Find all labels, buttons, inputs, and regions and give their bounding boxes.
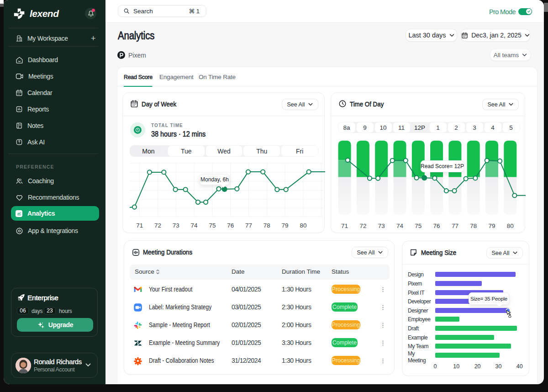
svg-text:Example: Example bbox=[408, 334, 428, 341]
svg-text:10: 10 bbox=[453, 363, 459, 370]
svg-text:75: 75 bbox=[209, 222, 216, 229]
svg-text:Draft: Draft bbox=[408, 325, 419, 332]
svg-text:0: 0 bbox=[434, 363, 437, 370]
svg-text:72: 72 bbox=[154, 222, 161, 229]
svg-text:77: 77 bbox=[245, 222, 252, 229]
svg-text:75: 75 bbox=[415, 222, 422, 229]
svg-text:76: 76 bbox=[433, 222, 440, 229]
svg-text:30: 30 bbox=[495, 363, 502, 370]
svg-text:80: 80 bbox=[300, 222, 306, 229]
svg-text:20: 20 bbox=[474, 363, 481, 370]
svg-text:80: 80 bbox=[507, 222, 514, 229]
svg-text:79: 79 bbox=[488, 222, 495, 229]
svg-text:Design: Design bbox=[408, 271, 423, 278]
svg-text:My Team: My Team bbox=[408, 343, 428, 350]
svg-text:73: 73 bbox=[378, 222, 385, 229]
svg-text:74: 74 bbox=[191, 222, 198, 229]
svg-text:Developer: Developer bbox=[408, 298, 431, 305]
svg-text:71: 71 bbox=[341, 222, 348, 229]
svg-text:Employee: Employee bbox=[408, 316, 431, 323]
svg-text:78: 78 bbox=[470, 222, 477, 229]
svg-text:73: 73 bbox=[173, 222, 179, 229]
svg-text:79: 79 bbox=[282, 222, 289, 229]
svg-text:74: 74 bbox=[396, 222, 404, 229]
svg-text:76: 76 bbox=[227, 222, 234, 229]
svg-text:71: 71 bbox=[136, 222, 143, 229]
svg-text:My: My bbox=[408, 350, 415, 357]
svg-text:Pixem: Pixem bbox=[408, 281, 422, 287]
svg-text:77: 77 bbox=[452, 222, 458, 229]
svg-text:Designer: Designer bbox=[408, 307, 428, 314]
svg-text:40: 40 bbox=[516, 363, 523, 370]
svg-text:72: 72 bbox=[359, 222, 366, 229]
svg-text:78: 78 bbox=[263, 222, 270, 229]
svg-text:Pixel IT: Pixel IT bbox=[408, 290, 425, 296]
svg-text:Meeting: Meeting bbox=[408, 357, 426, 364]
